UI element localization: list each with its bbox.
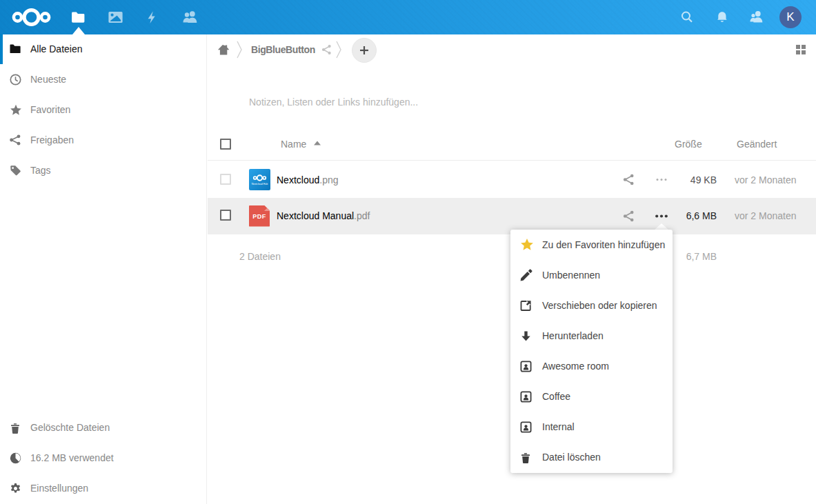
svg-text:Nextcloud Hub: Nextcloud Hub bbox=[252, 183, 268, 185]
